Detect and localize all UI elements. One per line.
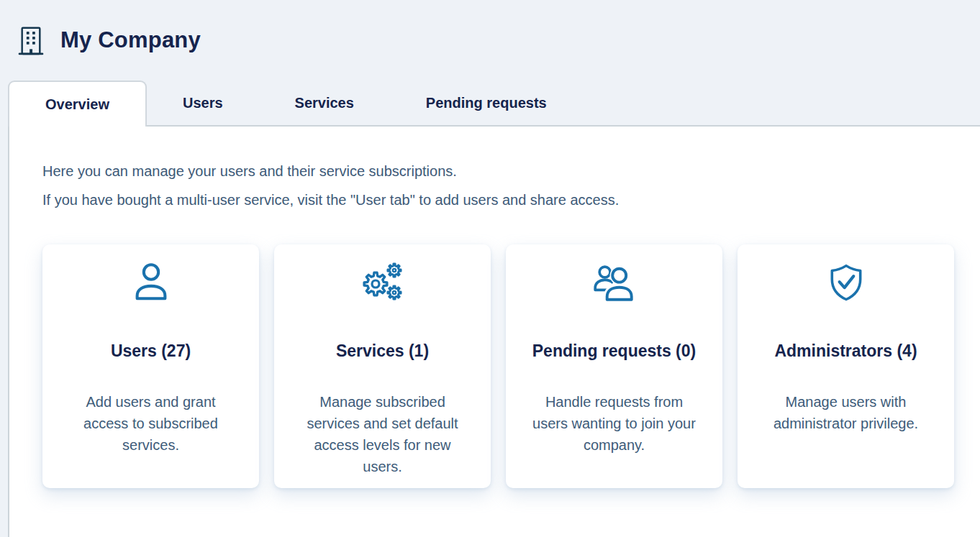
page-header: My Company — [0, 0, 980, 81]
building-icon — [14, 24, 47, 57]
card-title: Administrators (4) — [738, 341, 954, 361]
shield-check-icon — [825, 262, 868, 305]
user-icon — [129, 261, 173, 306]
overview-tab-panel: Here you can manage your users and their… — [8, 125, 980, 537]
tab-bar: Overview Users Services Pending requests — [8, 81, 980, 125]
users-card[interactable]: Users (27) Add users and grant access to… — [42, 244, 259, 488]
tab-users[interactable]: Users — [147, 81, 259, 125]
card-description: Manage users with administrator privileg… — [759, 391, 933, 434]
intro-line-2: If you have bought a multi-user service,… — [42, 185, 980, 214]
card-title: Services (1) — [274, 341, 491, 361]
intro-text: Here you can manage your users and their… — [9, 127, 980, 214]
tab-pending-requests[interactable]: Pending requests — [390, 81, 583, 125]
summary-cards: Users (27) Add users and grant access to… — [9, 244, 980, 488]
tab-services[interactable]: Services — [259, 81, 390, 125]
card-description: Handle requests from users wanting to jo… — [527, 391, 701, 456]
card-description: Manage subscribed services and set defau… — [296, 391, 469, 477]
card-title: Pending requests (0) — [506, 341, 722, 361]
people-icon — [591, 261, 638, 306]
tab-overview[interactable]: Overview — [8, 81, 147, 127]
services-card[interactable]: Services (1) Manage subscribed services … — [274, 244, 491, 488]
card-title: Users (27) — [42, 341, 259, 361]
intro-line-1: Here you can manage your users and their… — [42, 157, 980, 185]
administrators-card[interactable]: Administrators (4) Manage users with adm… — [738, 244, 954, 488]
page-title: My Company — [60, 27, 201, 53]
gears-icon — [360, 260, 406, 306]
pending-requests-card[interactable]: Pending requests (0) Handle requests fro… — [506, 244, 722, 488]
card-description: Add users and grant access to subscribed… — [64, 391, 237, 456]
